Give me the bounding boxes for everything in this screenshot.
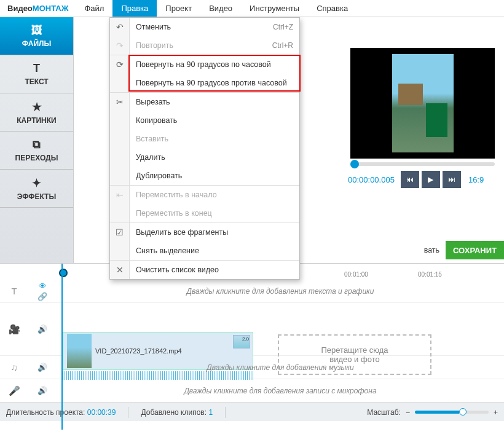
dropdown-row-icon bbox=[110, 148, 129, 167]
statusbar: Длительность проекта: 00:00:39 Добавлено… bbox=[0, 403, 504, 421]
music-track-toggle[interactable]: 🔊 bbox=[28, 363, 57, 372]
sidebar-tab-effects[interactable]: ✦ ЭФФЕКТЫ bbox=[0, 170, 73, 208]
dropdown-item[interactable]: Вырезать bbox=[130, 93, 299, 111]
dropdown-row-icon: ⟳ bbox=[110, 55, 129, 74]
aspect-ratio[interactable]: 16:9 bbox=[468, 175, 484, 184]
sidebar-tab-files[interactable]: 🖼 ФАЙЛЫ bbox=[0, 17, 73, 55]
menu-help[interactable]: Справка bbox=[308, 0, 356, 17]
prev-button[interactable]: ⏮ bbox=[401, 171, 419, 188]
dropdown-item[interactable]: Повернуть на 90 градусов против часовой bbox=[130, 74, 299, 92]
track-mic[interactable]: 🎤 🔊 Дважды кликните для добавления запис… bbox=[0, 379, 504, 403]
text-track-icon: T bbox=[0, 286, 28, 296]
music-track-icon: ♫ bbox=[0, 362, 28, 372]
dropdown-item[interactable]: Копировать bbox=[130, 111, 299, 130]
next-button[interactable]: ⏭ bbox=[443, 171, 461, 188]
track-video[interactable]: 🎥 🔊 VID_20210723_171842.mp4 2.0 Перетащи… bbox=[0, 303, 504, 356]
dropdown-row-icon bbox=[110, 242, 129, 260]
playhead-handle[interactable] bbox=[59, 269, 68, 277]
dropdown-row-icon bbox=[110, 167, 129, 185]
partial-button-label[interactable]: вать bbox=[418, 246, 446, 254]
menu-tools[interactable]: Инструменты bbox=[241, 0, 308, 17]
transition-block[interactable]: 2.0 bbox=[233, 335, 250, 349]
dropdown-item[interactable]: Снять выделение bbox=[130, 242, 299, 260]
zoom-knob[interactable] bbox=[459, 408, 467, 415]
zoom-out-icon[interactable]: − bbox=[406, 408, 410, 417]
dropdown-row-icon bbox=[110, 204, 129, 222]
track-text[interactable]: T 👁🔗 Дважды кликните для добавления текс… bbox=[0, 280, 504, 303]
transitions-icon: ⧉ bbox=[33, 138, 41, 151]
preview-thumbnail bbox=[392, 54, 454, 152]
dropdown-row-icon: ↶ bbox=[110, 18, 129, 36]
dropdown-row-icon: ✕ bbox=[110, 261, 129, 279]
menu-video[interactable]: Видео bbox=[200, 0, 241, 17]
playback-track[interactable] bbox=[350, 162, 495, 166]
timecode: 00:00:00.005 bbox=[348, 175, 395, 184]
text-icon: T bbox=[33, 62, 40, 75]
dropdown-item[interactable]: Удалить bbox=[130, 148, 299, 167]
image-icon: 🖼 bbox=[31, 24, 42, 37]
menu-project[interactable]: Проект bbox=[157, 0, 200, 17]
dropdown-row-icon: ✂ bbox=[110, 93, 129, 111]
video-track-icon: 🎥 bbox=[0, 324, 28, 335]
video-track-toggle[interactable]: 🔊 bbox=[28, 325, 57, 334]
dropdown-item: Вставить bbox=[130, 130, 299, 148]
sidebar-tab-pictures[interactable]: ★ КАРТИНКИ bbox=[0, 93, 73, 132]
dropdown-item: Переместить в конец bbox=[130, 204, 299, 222]
zoom-in-icon[interactable]: + bbox=[494, 408, 498, 417]
menu-edit[interactable]: Правка bbox=[112, 0, 157, 17]
dropdown-item: Переместить в начало bbox=[130, 186, 299, 204]
dropdown-row-icon: ↷ bbox=[110, 36, 129, 55]
dropdown-row-icon bbox=[110, 111, 129, 130]
playhead-dot[interactable] bbox=[350, 160, 359, 168]
dropdown-row-icon: ⇤ bbox=[110, 186, 129, 204]
sidebar-tab-transitions[interactable]: ⧉ ПЕРЕХОДЫ bbox=[0, 132, 73, 170]
mic-track-toggle[interactable]: 🔊 bbox=[28, 386, 57, 395]
sidebar: 🖼 ФАЙЛЫ T ТЕКСТ ★ КАРТИНКИ ⧉ ПЕРЕХОДЫ ✦ … bbox=[0, 17, 74, 263]
menu-file[interactable]: Файл bbox=[76, 0, 112, 17]
dropdown-item[interactable]: Повернуть на 90 градусов по часовой bbox=[130, 55, 299, 74]
save-button[interactable]: СОХРАНИТ bbox=[446, 241, 504, 259]
sidebar-tab-text[interactable]: T ТЕКСТ bbox=[0, 55, 73, 93]
toolbar-row: вать СОХРАНИТ bbox=[418, 241, 504, 259]
playhead-line[interactable] bbox=[61, 264, 63, 430]
zoom-slider[interactable] bbox=[415, 411, 489, 414]
text-track-toggles[interactable]: 👁🔗 bbox=[28, 282, 57, 301]
dropdown-row-icon bbox=[110, 130, 129, 148]
dropdown-item[interactable]: Выделить все фрагменты bbox=[130, 223, 299, 242]
mic-track-icon: 🎤 bbox=[0, 385, 28, 396]
dropdown-row-icon bbox=[110, 74, 129, 92]
preview-pane: 00:00:00.005 ⏮ ▶ ⏭ 16:9 bbox=[344, 48, 504, 188]
dropdown-item[interactable]: Дублировать bbox=[130, 167, 299, 185]
menubar: ВидеоМОНТАЖ Файл Правка Проект Видео Инс… bbox=[0, 0, 504, 17]
dropdown-item[interactable]: Очистить список видео bbox=[130, 261, 299, 279]
preview-video[interactable] bbox=[350, 48, 495, 159]
clip-waveform bbox=[63, 371, 253, 380]
star-icon: ★ bbox=[32, 100, 42, 114]
play-button[interactable]: ▶ bbox=[422, 171, 440, 188]
dropdown-item[interactable]: ОтменитьCtrl+Z bbox=[130, 18, 299, 36]
clips-label: Добавлено клипов: 1 bbox=[141, 408, 213, 417]
zoom-label: Масштаб: bbox=[367, 408, 401, 417]
dropdown-row-icon: ☑ bbox=[110, 223, 129, 242]
app-logo: ВидеоМОНТАЖ bbox=[0, 4, 76, 13]
wand-icon: ✦ bbox=[32, 176, 41, 190]
edit-dropdown: ↶↷⟳✂⇤☑✕ ОтменитьCtrl+ZПовторитьCtrl+RПов… bbox=[109, 17, 300, 280]
timeline: 00:00:15 00:00:30 00:00:45 00:01:00 00:0… bbox=[0, 263, 504, 403]
dropdown-item: ПовторитьCtrl+R bbox=[130, 36, 299, 55]
